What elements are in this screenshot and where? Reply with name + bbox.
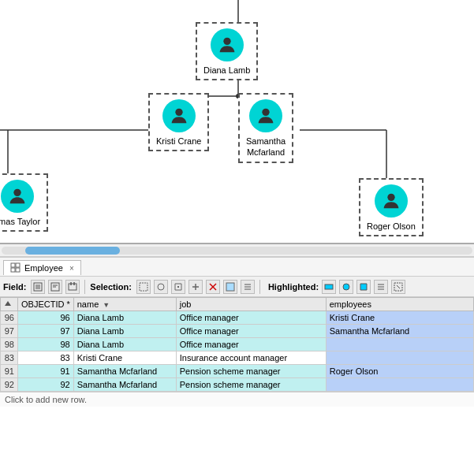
sort-indicator-col: [1, 298, 18, 311]
table-icon: [10, 262, 21, 273]
cell-name[interactable]: Diana Lamb: [73, 338, 176, 351]
hl-btn-5[interactable]: [391, 280, 405, 294]
col-header-name[interactable]: name ▼: [73, 298, 176, 311]
avatar-diana: [211, 28, 244, 61]
sel-btn-3[interactable]: [171, 280, 185, 294]
name-sort-arrow: ▼: [103, 301, 110, 309]
cell-objectid[interactable]: 83: [18, 351, 74, 365]
col-label-job: job: [180, 299, 192, 309]
horizontal-scrollbar[interactable]: [2, 247, 472, 255]
cell-objectid[interactable]: 98: [18, 338, 74, 351]
table-row[interactable]: 9898Diana LambOffice manager: [1, 338, 474, 351]
table-row[interactable]: 9797Diana LambOffice managerSamantha Mcf…: [1, 325, 474, 338]
node-label-diana: Diana Lamb: [203, 65, 250, 76]
field-label: Field:: [3, 282, 26, 292]
table-body: 9696Diana LambOffice managerKristi Crane…: [1, 311, 474, 392]
sel-btn-7[interactable]: [241, 280, 255, 294]
col-header-employees[interactable]: employees: [326, 298, 473, 311]
cell-name[interactable]: Samantha Mcfarland: [73, 365, 176, 378]
cell-employees[interactable]: Roger Olson: [326, 365, 473, 378]
org-node-roger[interactable]: Roger Olson: [359, 178, 424, 236]
svg-point-16: [13, 189, 21, 196]
person-icon-roger: [380, 190, 402, 212]
hl-btn-2[interactable]: [339, 280, 353, 294]
cell-name[interactable]: Diana Lamb: [73, 311, 176, 325]
sel-btn-4[interactable]: [188, 280, 203, 294]
list-icon: [243, 282, 252, 292]
cell-objectid[interactable]: 97: [18, 325, 74, 338]
employee-tab[interactable]: Employee ×: [3, 260, 81, 275]
fields-icon: [50, 282, 60, 292]
org-node-thomas[interactable]: omas Taylor: [0, 173, 48, 232]
cell-job[interactable]: Pension scheme manager: [176, 378, 326, 392]
diagram-area: Diana Lamb Kristi Crane SamanthaMcfarlan…: [0, 0, 474, 244]
svg-point-33: [158, 284, 164, 290]
col-label-objectid: OBJECTID *: [21, 299, 70, 309]
sel-btn-6[interactable]: [223, 280, 237, 294]
hl-btn-1[interactable]: [322, 280, 336, 294]
hl-btn-4[interactable]: [374, 280, 388, 294]
hl-btn-3[interactable]: [356, 280, 371, 294]
table-row[interactable]: 9696Diana LambOffice managerKristi Crane: [1, 311, 474, 325]
highlighted-label: Highlighted:: [268, 282, 319, 292]
field-btn-3[interactable]: [65, 280, 80, 294]
horizontal-scrollbar-area[interactable]: [0, 244, 474, 257]
table-row[interactable]: 9292Samantha McfarlandPension scheme man…: [1, 378, 474, 392]
hl-icon-2: [342, 282, 351, 292]
cell-name[interactable]: Kristi Crane: [73, 351, 176, 365]
person-icon-thomas: [6, 185, 28, 207]
col-header-job[interactable]: job: [176, 298, 326, 311]
svg-point-14: [175, 109, 182, 116]
select3-icon: [174, 282, 183, 292]
person-icon-diana: [216, 34, 238, 56]
select2-icon: [156, 282, 166, 292]
row-number: 83: [1, 351, 18, 365]
table-row[interactable]: 9191Samantha McfarlandPension scheme man…: [1, 365, 474, 378]
node-label-kristi: Kristi Crane: [156, 136, 201, 147]
node-label-roger: Roger Olson: [367, 221, 416, 232]
hl-icon-4: [376, 282, 386, 292]
avatar-kristi: [162, 99, 196, 132]
cell-employees[interactable]: Kristi Crane: [326, 311, 473, 325]
cell-job[interactable]: Office manager: [176, 325, 326, 338]
cell-employees[interactable]: [326, 378, 473, 392]
add-row-bar[interactable]: Click to add new row.: [0, 392, 474, 407]
field-calc-icon: [68, 282, 77, 292]
sel-btn-5[interactable]: [206, 280, 220, 294]
org-node-samantha[interactable]: SamanthaMcfarland: [238, 93, 293, 163]
svg-point-17: [387, 194, 394, 201]
table-row[interactable]: 8383Kristi CraneInsurance account manage…: [1, 351, 474, 365]
node-label-samantha: SamanthaMcfarland: [246, 136, 286, 158]
grid-icon: [10, 262, 21, 273]
cell-job[interactable]: Pension scheme manager: [176, 365, 326, 378]
sep-1: [84, 280, 85, 294]
cell-objectid[interactable]: 96: [18, 311, 74, 325]
cell-job[interactable]: Office manager: [176, 311, 326, 325]
field-btn-2[interactable]: [48, 280, 62, 294]
svg-rect-29: [69, 284, 77, 290]
scrollbar-thumb[interactable]: [25, 247, 120, 255]
person-icon-samantha: [255, 105, 277, 127]
cell-job[interactable]: Insurance account manager: [176, 351, 326, 365]
cell-objectid[interactable]: 91: [18, 365, 74, 378]
cell-name[interactable]: Samantha Mcfarland: [73, 378, 176, 392]
tab-close-button[interactable]: ×: [69, 264, 74, 273]
svg-point-13: [223, 38, 230, 45]
svg-rect-21: [16, 268, 20, 272]
sel-btn-2[interactable]: [154, 280, 168, 294]
clear-sel-icon: [208, 282, 218, 292]
cell-employees[interactable]: [326, 351, 473, 365]
selection-label: Selection:: [90, 282, 132, 292]
col-header-objectid[interactable]: OBJECTID *: [18, 298, 74, 311]
org-node-kristi[interactable]: Kristi Crane: [148, 93, 209, 151]
hl-icon-1: [324, 282, 334, 292]
field-btn-1[interactable]: [31, 280, 45, 294]
org-node-diana[interactable]: Diana Lamb: [196, 22, 258, 80]
add-field-icon: [33, 282, 43, 292]
cell-employees[interactable]: [326, 338, 473, 351]
cell-objectid[interactable]: 92: [18, 378, 74, 392]
cell-employees[interactable]: Samantha Mcfarland: [326, 325, 473, 338]
cell-job[interactable]: Office manager: [176, 338, 326, 351]
sel-btn-1[interactable]: [136, 280, 151, 294]
cell-name[interactable]: Diana Lamb: [73, 325, 176, 338]
